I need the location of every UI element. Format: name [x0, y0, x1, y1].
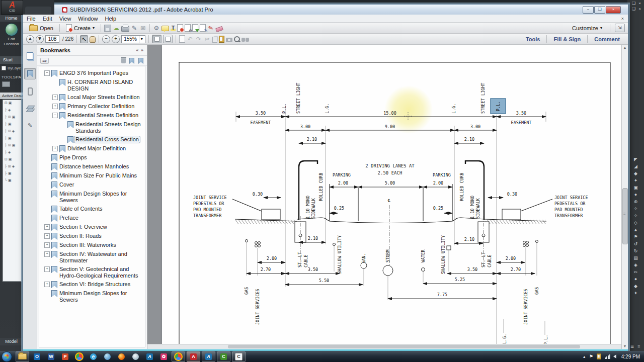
- bookmark-item[interactable]: Residential Streets Design Standards: [39, 120, 145, 135]
- new-bookmark-icon[interactable]: [129, 58, 134, 64]
- form-edit-icon[interactable]: [200, 24, 206, 32]
- bookmark-item[interactable]: Distance between Manholes: [39, 162, 145, 171]
- c3d-model-tab[interactable]: Model: [0, 338, 23, 345]
- zoom-level-select[interactable]: 155% ▾: [121, 35, 145, 43]
- layers-tab[interactable]: [25, 103, 35, 114]
- advanced-search-icon[interactable]: [242, 38, 245, 42]
- tool-icon[interactable]: ↻: [634, 248, 638, 253]
- expand-icon[interactable]: +: [44, 233, 50, 239]
- taskbar-outlook[interactable]: O: [31, 352, 43, 361]
- bookmark-item[interactable]: Preface: [39, 214, 145, 223]
- bookmark-item[interactable]: H. CORNER AND ISLAND DESIGN: [39, 78, 145, 93]
- bookmark-item[interactable]: Minimum Size For Public Mains: [39, 171, 145, 180]
- taskbar-chrome[interactable]: [73, 352, 86, 361]
- palette-bottom-icons[interactable]: ≣ ≡: [627, 344, 644, 349]
- restore-button[interactable]: ❏: [594, 6, 605, 14]
- bookmark-item-selected[interactable]: Residential Cross Section: [39, 135, 145, 144]
- taskbar-acrobat-active[interactable]: A: [187, 351, 200, 362]
- email-icon[interactable]: ✉: [139, 25, 146, 32]
- bookmark-item[interactable]: +Divided Major Definition: [39, 144, 145, 153]
- bookmark-item[interactable]: +Section IV: Wastewater and Stormwater: [39, 250, 145, 265]
- expand-icon[interactable]: +: [44, 224, 50, 230]
- taskbar-google-earth[interactable]: [129, 352, 142, 361]
- bookmark-item[interactable]: +Section III: Waterworks: [39, 241, 145, 250]
- taskbar-c-white[interactable]: C: [232, 351, 246, 362]
- tool-icon[interactable]: ◆: [634, 284, 637, 289]
- copy-icon[interactable]: [212, 37, 217, 43]
- c3d-bylayer[interactable]: ByLaye: [2, 66, 21, 70]
- taskbar-chrome-open[interactable]: [172, 351, 185, 362]
- tool-icon[interactable]: ✂: [634, 269, 638, 275]
- expand-icon[interactable]: +: [52, 146, 58, 151]
- paste-icon[interactable]: [219, 36, 224, 43]
- taskbar-powerpoint[interactable]: P: [59, 352, 71, 361]
- c3d-home-tab[interactable]: Home: [0, 15, 23, 22]
- bookmark-item[interactable]: +Section V: Geotechnical and Hydro-Geolo…: [39, 265, 145, 280]
- taskbar-browser-globe[interactable]: [101, 352, 114, 361]
- bookmark-item[interactable]: Pipe Drops: [39, 153, 145, 162]
- bookmark-item[interactable]: +Primary Collector Definition: [39, 102, 145, 111]
- open-button[interactable]: Open: [26, 25, 56, 32]
- page-thumbnails-tab[interactable]: [25, 51, 35, 61]
- taskbar-autocad[interactable]: A: [143, 352, 156, 361]
- scrollbar-thumb[interactable]: [622, 188, 628, 244]
- tool-icon[interactable]: ●: [634, 277, 637, 282]
- bookmark-item[interactable]: +Section I: Overview: [39, 223, 145, 232]
- tool-icon[interactable]: ◇: [634, 220, 637, 225]
- horizontal-scrollbar[interactable]: [147, 344, 621, 349]
- tool-icon[interactable]: ▣: [633, 185, 638, 190]
- edit-pen-icon[interactable]: ✎: [131, 25, 138, 32]
- tool-icon[interactable]: ◈: [634, 262, 637, 267]
- taskbar-explorer[interactable]: [16, 351, 29, 362]
- zoom-out-button[interactable]: −: [102, 35, 110, 43]
- menu-file[interactable]: File: [23, 16, 39, 22]
- gear-icon[interactable]: ⚙: [153, 25, 160, 32]
- scroll-mode-button[interactable]: [152, 35, 162, 43]
- print-icon[interactable]: [121, 26, 129, 32]
- panel-collapse-buttons[interactable]: « »: [136, 48, 144, 53]
- c3d-tool-column[interactable]: ◤◢ ◆✦ ▣● ⊕✧ ✧◇ ▲⚑ ↺↻ ▤◈ ✂● ◆✦: [627, 157, 644, 296]
- tool-icon[interactable]: ◤: [634, 157, 637, 162]
- document-close-icon[interactable]: ×: [621, 16, 624, 21]
- cut-icon[interactable]: ✂: [204, 36, 211, 43]
- pdf-settings-icon[interactable]: [185, 24, 191, 32]
- new-bookmark-from-selection-icon[interactable]: [138, 58, 143, 64]
- tool-icon[interactable]: ⊕: [634, 199, 638, 204]
- tool-icon[interactable]: ✧: [634, 213, 638, 218]
- collapse-icon[interactable]: −: [52, 113, 58, 118]
- volume-icon[interactable]: [613, 354, 616, 358]
- zoom-in-button[interactable]: +: [112, 35, 120, 43]
- palette-restore-close-icons[interactable]: ❏ ×: [627, 0, 644, 6]
- expand-icon[interactable]: +: [44, 251, 50, 257]
- bookmark-item[interactable]: Minimum Design Slopes for Sewers: [39, 289, 145, 304]
- bookmark-item[interactable]: Minimum Design Slopes for Sewers: [39, 190, 145, 205]
- comment-bubble-icon[interactable]: [162, 26, 169, 31]
- multi-doc-icon[interactable]: [179, 35, 185, 43]
- autocad-logo[interactable]: A C3D: [1, 0, 23, 15]
- c3d-toolspace-tree[interactable]: ⊟ ▣├ ◈ ├ ⊞ ▣├ ▣ ├ ⊞ ◈├ ▣ ├ ⊞ ▣├ ◈ ⊟ ▣├ ⊞…: [3, 100, 22, 282]
- pdf-export-icon[interactable]: [192, 24, 198, 32]
- bookmark-item[interactable]: −ENGD 376 Important Pages: [39, 69, 145, 78]
- taskbar-word[interactable]: W: [45, 352, 57, 361]
- create-button[interactable]: Create ▾: [63, 24, 98, 32]
- network-icon[interactable]: [605, 354, 610, 359]
- tool-icon[interactable]: ◆: [634, 171, 637, 176]
- taskbar-civil3d[interactable]: A: [202, 351, 215, 362]
- customize-button[interactable]: Customize ▾: [569, 25, 605, 32]
- palette-restore-close-icons2[interactable]: ❏ ×: [627, 6, 644, 11]
- title-bar[interactable]: SUBDIVISION SERVICING 2012 .pdf - Adobe …: [23, 5, 628, 15]
- scroll-up-icon[interactable]: ▲: [622, 46, 628, 49]
- text-highlight-icon[interactable]: T: [171, 25, 176, 31]
- delete-bookmark-icon[interactable]: [121, 58, 126, 63]
- bookmark-item[interactable]: −Residential Streets Definition: [39, 111, 145, 120]
- scroll-down-icon[interactable]: ▼: [622, 344, 628, 348]
- taskbar-clock[interactable]: 4:29 PM: [621, 354, 640, 359]
- hand-tool-icon[interactable]: [90, 36, 96, 43]
- tool-icon[interactable]: ◢: [634, 164, 637, 169]
- expand-icon[interactable]: +: [52, 104, 58, 109]
- document-pane[interactable]: P.L. STREET LIGHT L.G. L.G. STREET LIGHT…: [147, 45, 621, 349]
- fit-page-button[interactable]: [163, 35, 173, 43]
- bookmark-item[interactable]: +Section VI: Bridge Structures: [39, 280, 145, 289]
- tray-expand-icon[interactable]: ▲: [583, 355, 586, 358]
- menu-window[interactable]: Window: [74, 16, 101, 22]
